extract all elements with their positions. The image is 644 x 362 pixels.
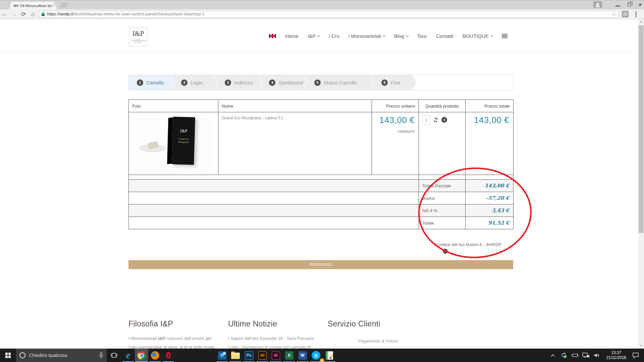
col-header-prezzo-unitario: Prezzo unitario — [372, 100, 419, 112]
scrollbar-thumb[interactable] — [639, 25, 644, 233]
tray-date: 21/11/2016 — [606, 355, 626, 360]
product-photo[interactable]: I&P Grand Cru Musignano — [135, 114, 212, 173]
nav-item-boutique[interactable]: BOUTIQUE — [463, 33, 493, 39]
product-name[interactable]: Grand Cru Musignano - Lattina 5 L — [218, 112, 372, 175]
taskbar-word-icon[interactable]: W — [296, 349, 309, 362]
extension-icon[interactable] — [622, 11, 629, 17]
coupon-code-note: Il codice del tuo buono è : JH40SP — [128, 242, 513, 247]
tray-network-icon[interactable] — [582, 349, 590, 362]
task-view-button[interactable] — [107, 349, 121, 362]
total-row-iva: IVA 4 % 3,43 € — [129, 204, 514, 217]
taskbar-file-explorer-icon[interactable] — [229, 349, 242, 362]
hamburger-menu-icon[interactable] — [502, 34, 507, 39]
taskbar-internet-explorer-icon[interactable]: e — [121, 349, 135, 362]
browser-menu-icon[interactable] — [633, 11, 639, 17]
taskbar-opera-icon[interactable] — [162, 349, 175, 362]
refresh-quantity-icon[interactable] — [433, 117, 438, 123]
action-center-icon[interactable] — [632, 349, 639, 362]
task-view-icon — [111, 353, 117, 358]
step-fine[interactable]: 6Fine — [371, 75, 416, 90]
nav-item-contatti[interactable]: Contatti — [436, 33, 453, 39]
taskbar-skype-icon[interactable]: S 4 — [309, 349, 323, 362]
https-padlock-icon — [41, 12, 45, 16]
nav-item-blog[interactable]: Blog — [394, 33, 408, 39]
bookmark-star-icon[interactable]: ☆ — [612, 11, 616, 17]
footer-text-filosofia: I Monovarietali I&P nascono dall'amore p… — [128, 334, 219, 349]
windows-taskbar: Chiedimi qualcosa e O Ps Ai Id X W S 4 — [0, 349, 644, 362]
taskbar-notepad-icon[interactable] — [323, 349, 336, 362]
system-tray: 13:37 21/11/2016 — [549, 349, 644, 362]
start-button[interactable] — [0, 349, 16, 362]
cart-table: Foto Nome Prezzo unitario Quantità prodo… — [128, 100, 514, 229]
new-tab-button[interactable] — [59, 3, 68, 7]
page-scrollbar[interactable]: ▲ ▼ — [638, 19, 644, 349]
checkout-progress-bar: 1Carrello 2Login 3Indirizzo 4Spedizione … — [128, 75, 513, 90]
taskbar-chrome-icon[interactable] — [135, 349, 148, 362]
browser-tab[interactable]: I&P Oli Monocultivar da deg × — [9, 2, 57, 10]
taskbar-excel-icon[interactable]: X — [282, 349, 296, 362]
back-button[interactable]: ← — [0, 11, 9, 17]
tray-sync-icon[interactable] — [560, 349, 568, 362]
quantity-input[interactable] — [422, 115, 430, 125]
total-row-buono: Buono -57,20 € — [129, 192, 514, 204]
reload-button[interactable]: ⟳ — [19, 11, 28, 18]
window-close-button[interactable]: × — [638, 2, 642, 8]
footer-title-notizie: Ultime Notizie — [228, 319, 319, 328]
scroll-down-icon[interactable]: ▼ — [638, 343, 644, 349]
browser-profile-icon[interactable] — [593, 1, 602, 8]
chevron-down-icon — [382, 34, 385, 37]
step-carrello[interactable]: 1Carrello — [129, 75, 174, 90]
footer-title-servizio: Servizio Clienti — [328, 319, 428, 328]
remove-coupon-icon[interactable]: ✕ — [443, 249, 448, 254]
page-viewport: I&P OLIO EXTRAVERGINE DI OLIVA Home I&P … — [0, 19, 644, 349]
tray-volume-icon[interactable] — [593, 349, 601, 362]
forward-button[interactable]: → — [9, 11, 19, 17]
site-footer: Filosofia I&P I Monovarietali I&P nascon… — [128, 319, 513, 349]
window-minimize-button[interactable] — [615, 6, 620, 6]
footer-text-notizie[interactable]: I Sapori dell'olio Episodio 16 - Tano Pa… — [228, 334, 319, 349]
tray-chevron-up-icon[interactable] — [549, 349, 557, 362]
prosegui-button[interactable]: PROSEGUI — [128, 260, 513, 269]
uk-flag-icon[interactable] — [269, 34, 276, 38]
microphone-icon[interactable] — [99, 352, 103, 359]
nav-item-monovarietali[interactable]: i Monovarietali — [348, 33, 385, 39]
home-button[interactable]: ⌂ — [28, 11, 38, 18]
unit-price: 143,00 € — [376, 115, 415, 125]
cortana-icon — [19, 352, 25, 358]
tray-battery-icon[interactable] — [571, 349, 579, 362]
nav-item-home[interactable]: Home — [285, 33, 299, 39]
address-bar[interactable]: https://iandp.it/test/it/hikashop-menu-f… — [39, 11, 619, 18]
taskbar-outlook-icon[interactable]: O — [215, 349, 229, 362]
chevron-down-icon — [490, 34, 493, 37]
taskbar-firefox-icon[interactable] — [148, 349, 162, 362]
col-header-quantita: Quantità prodotto — [419, 100, 466, 112]
browser-tabstrip: I&P Oli Monocultivar da deg × × — [0, 0, 644, 9]
windows-logo-icon — [5, 353, 11, 358]
tray-time: 13:37 — [606, 350, 626, 355]
chevron-down-icon — [317, 34, 320, 37]
window-restore-button[interactable] — [628, 3, 631, 6]
cortana-search-box[interactable]: Chiedimi qualcosa — [16, 349, 107, 362]
taskbar-illustrator-icon[interactable]: Ai — [256, 349, 269, 362]
step-indirizzo[interactable]: 3Indirizzo — [214, 75, 262, 90]
taskbar-clock[interactable]: 13:37 21/11/2016 — [606, 350, 626, 360]
taskbar-photoshop-icon[interactable]: Ps — [242, 349, 256, 362]
oil-tin-image: I&P Grand Cru Musignano — [172, 117, 195, 165]
url-path: /test/it/hikashop-menu-for-user-control-… — [73, 12, 205, 16]
taskbar-indesign-icon[interactable]: Id — [269, 349, 282, 362]
scroll-up-icon[interactable]: ▲ — [638, 19, 644, 24]
tab-close-icon[interactable]: × — [52, 4, 54, 8]
footer-title-filosofia: Filosofia I&P — [128, 319, 219, 328]
delete-item-icon[interactable]: ✕ — [441, 117, 447, 123]
total-row-totale: Totale 91,52 € — [129, 217, 514, 229]
step-spedizione[interactable]: 4Spedizione — [258, 75, 307, 90]
step-login[interactable]: 2Login — [170, 75, 218, 90]
site-logo[interactable]: I&P OLIO EXTRAVERGINE DI OLIVA — [129, 27, 147, 47]
step-status-carrello[interactable]: 5Status Carrello — [304, 75, 374, 90]
col-header-nome: Nome — [218, 100, 372, 112]
col-header-prezzo-totale: Prezzo totale — [466, 100, 514, 112]
footer-link-pagamento[interactable]: Pagamento & Prezzi — [328, 339, 428, 344]
nav-item-tour[interactable]: Tour — [417, 33, 427, 39]
nav-item-i-cru[interactable]: i Cru — [329, 33, 339, 39]
nav-item-iandp[interactable]: I&P — [308, 33, 320, 39]
